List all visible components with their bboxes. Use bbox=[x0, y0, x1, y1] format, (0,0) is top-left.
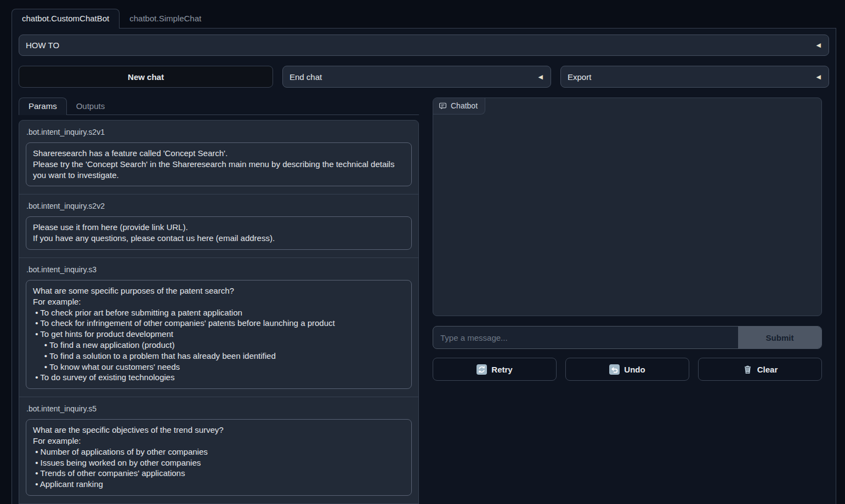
submit-button[interactable]: Submit bbox=[738, 327, 821, 348]
param-textbox[interactable]: Shareresearch has a feature called 'Conc… bbox=[26, 142, 412, 186]
export-accordion[interactable]: Export ◀ bbox=[560, 66, 829, 88]
howto-accordion[interactable]: HOW TO ◀ bbox=[19, 35, 829, 56]
message-input-group: Submit bbox=[433, 326, 822, 349]
collapse-arrow-icon: ◀ bbox=[816, 42, 821, 48]
chatbot-label-text: Chatbot bbox=[451, 101, 478, 110]
end-chat-accordion[interactable]: End chat ◀ bbox=[282, 66, 551, 88]
howto-label: HOW TO bbox=[26, 41, 59, 50]
end-chat-label: End chat bbox=[290, 72, 322, 82]
tab-simple-chat[interactable]: chatbot.SimpleChat bbox=[120, 9, 211, 28]
param-textbox[interactable]: What are some specific purposes of the p… bbox=[26, 280, 412, 389]
message-input[interactable] bbox=[433, 327, 738, 348]
retry-button[interactable]: Retry bbox=[433, 358, 557, 381]
collapse-arrow-icon: ◀ bbox=[816, 74, 821, 80]
top-tab-bar: chatbot.CustomChatBot chatbot.SimpleChat bbox=[12, 9, 836, 28]
chat-actions-row: Retry Undo bbox=[433, 358, 822, 381]
param-block: .bot.intent_inquiry.s2v2 Please use it f… bbox=[19, 194, 418, 258]
params-column: Params Outputs .bot.intent_inquiry.s2v1 … bbox=[19, 98, 419, 504]
new-chat-button[interactable]: New chat bbox=[19, 66, 273, 88]
param-textbox[interactable]: Please use it from here (provide link UR… bbox=[26, 216, 412, 250]
action-row: New chat End chat ◀ Export ◀ bbox=[19, 66, 829, 88]
param-label: .bot.intent_inquiry.s3 bbox=[26, 265, 412, 274]
chat-column: Chatbot Submit bbox=[426, 98, 829, 381]
param-block: .bot.intent_inquiry.s5 What are the spec… bbox=[19, 397, 418, 504]
undo-label: Undo bbox=[624, 365, 645, 374]
chatbot-label: Chatbot bbox=[433, 98, 485, 114]
param-block: .bot.intent_inquiry.s3 What are some spe… bbox=[19, 258, 418, 397]
tab-custom-chatbot[interactable]: chatbot.CustomChatBot bbox=[12, 9, 120, 28]
param-block: .bot.intent_inquiry.s2v1 Shareresearch h… bbox=[19, 121, 418, 194]
param-label: .bot.intent_inquiry.s2v1 bbox=[26, 128, 412, 136]
export-label: Export bbox=[568, 72, 591, 82]
clear-label: Clear bbox=[757, 365, 778, 374]
undo-button[interactable]: Undo bbox=[565, 358, 689, 381]
retry-label: Retry bbox=[491, 365, 512, 374]
param-label: .bot.intent_inquiry.s2v2 bbox=[26, 202, 412, 210]
speech-bubble-icon bbox=[439, 102, 447, 110]
tab-outputs[interactable]: Outputs bbox=[67, 98, 115, 114]
params-form: .bot.intent_inquiry.s2v1 Shareresearch h… bbox=[19, 120, 419, 504]
chatbot-panel: Chatbot bbox=[433, 98, 822, 316]
app-window: chatbot.CustomChatBot chatbot.SimpleChat… bbox=[12, 9, 836, 504]
tab-params[interactable]: Params bbox=[19, 98, 67, 115]
retry-icon bbox=[477, 364, 487, 375]
undo-icon bbox=[609, 364, 620, 375]
tab-content: HOW TO ◀ New chat End chat ◀ Export ◀ Pa… bbox=[12, 28, 836, 504]
params-tab-bar: Params Outputs bbox=[19, 98, 419, 114]
clear-button[interactable]: Clear bbox=[698, 358, 822, 381]
main-row: Params Outputs .bot.intent_inquiry.s2v1 … bbox=[19, 98, 829, 504]
clear-icon bbox=[742, 364, 753, 375]
collapse-arrow-icon: ◀ bbox=[538, 74, 543, 80]
param-label: .bot.intent_inquiry.s5 bbox=[26, 404, 412, 413]
param-textbox[interactable]: What are the specific objectives of the … bbox=[26, 419, 412, 496]
